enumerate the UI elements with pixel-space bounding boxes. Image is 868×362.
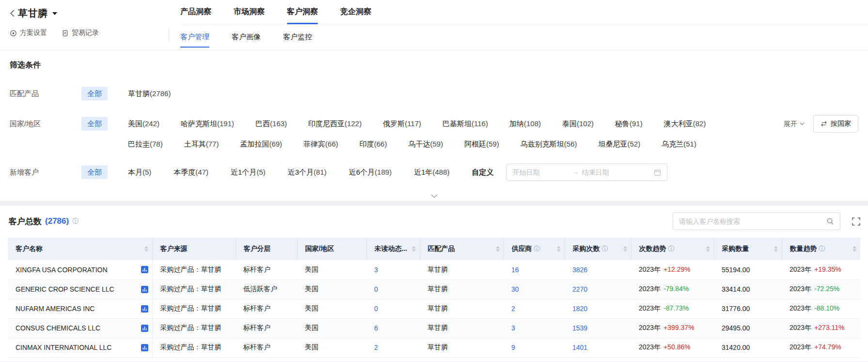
filter-item[interactable]: 近1年488 <box>414 165 449 179</box>
date-range-picker[interactable]: → <box>506 164 667 181</box>
customers-title: 客户总数 <box>9 216 42 227</box>
trend-year: 2023年 <box>639 324 661 331</box>
search-input[interactable] <box>679 217 826 225</box>
purchases-link[interactable]: 3826 <box>572 266 587 274</box>
unread-link[interactable]: 3 <box>374 266 378 274</box>
filter-all-chip-new-customer[interactable]: 全部 <box>81 165 108 179</box>
filter-item[interactable]: 菲律宾66 <box>303 137 338 151</box>
filter-item-name: 巴基斯坦 <box>442 119 472 128</box>
sort-icon[interactable] <box>623 246 627 252</box>
filter-item[interactable]: 俄罗斯117 <box>383 117 421 131</box>
filter-item[interactable]: 近3个月81 <box>288 165 327 179</box>
unread-link[interactable]: 2 <box>374 344 378 351</box>
filter-item[interactable]: 乌干达59 <box>408 137 443 151</box>
col-unread[interactable]: 未读动态... <box>366 238 420 260</box>
by-country-button[interactable]: 按国家 <box>813 115 858 132</box>
date-start-input[interactable] <box>513 168 570 176</box>
filter-item[interactable]: 巴拉圭78 <box>128 137 163 151</box>
mini-report-icon[interactable] <box>141 286 148 293</box>
title-dropdown-icon[interactable] <box>52 12 57 15</box>
purchases-link[interactable]: 1820 <box>572 305 587 313</box>
suppliers-link[interactable]: 3 <box>511 324 515 332</box>
filter-item[interactable]: 秘鲁91 <box>615 117 643 131</box>
tab-product-insight[interactable]: 产品洞察 <box>180 0 211 24</box>
filter-item-name: 土耳其 <box>184 140 206 148</box>
filter-item[interactable]: 哈萨克斯坦191 <box>181 117 234 131</box>
sort-icon[interactable] <box>412 246 416 252</box>
sort-icon[interactable] <box>706 246 710 252</box>
filter-item[interactable]: 本季度47 <box>174 165 208 179</box>
purchases-link[interactable]: 1539 <box>572 324 587 332</box>
filter-item[interactable]: 加纳108 <box>509 117 541 131</box>
back-button[interactable] <box>10 9 15 17</box>
filter-all-chip-country[interactable]: 全部 <box>81 117 108 131</box>
custom-date-option[interactable]: 自定义 <box>472 165 494 179</box>
trade-records-button[interactable]: 贸易记录 <box>62 29 99 37</box>
col-suppliers[interactable]: 供应商 <box>504 238 565 260</box>
mini-report-icon[interactable] <box>141 305 148 313</box>
subtab-customer-monitor[interactable]: 客户监控 <box>283 24 312 50</box>
trend-year: 2023年 <box>789 304 811 312</box>
unread-link[interactable]: 6 <box>374 324 378 332</box>
col-quantity_trend[interactable]: 数量趋势 <box>782 238 860 260</box>
mini-report-icon[interactable] <box>141 344 148 351</box>
filter-item[interactable]: 澳大利亚82 <box>664 117 706 131</box>
filter-all-chip-product[interactable]: 全部 <box>81 87 108 100</box>
tab-market-insight[interactable]: 市场洞察 <box>234 0 265 24</box>
sort-icon[interactable] <box>852 246 856 252</box>
sort-icon[interactable] <box>774 246 778 252</box>
suppliers-link[interactable]: 2 <box>511 305 515 313</box>
col-product[interactable]: 匹配产品 <box>420 238 504 260</box>
filter-item[interactable]: 印度66 <box>360 137 387 151</box>
trend-change: +50.86% <box>663 343 691 351</box>
trend-year: 2023年 <box>789 324 811 331</box>
filter-item[interactable]: 印度尼西亚122 <box>308 117 362 131</box>
unread-link[interactable]: 0 <box>374 285 378 293</box>
filter-item-name: 本月 <box>128 168 142 176</box>
tab-competitor-insight[interactable]: 竞企洞察 <box>340 0 371 24</box>
filter-item-count: 242 <box>142 119 159 128</box>
col-name[interactable]: 客户名称 <box>8 238 152 260</box>
sort-icon[interactable] <box>144 246 148 252</box>
col-purchase_trend[interactable]: 次数趋势 <box>631 238 714 260</box>
filter-item[interactable]: 泰国102 <box>562 117 594 131</box>
filter-item[interactable]: 乌兹别克斯坦56 <box>521 137 577 151</box>
fullscreen-button[interactable] <box>852 217 860 226</box>
suppliers-link[interactable]: 9 <box>511 344 515 351</box>
col-purchases[interactable]: 采购次数 <box>565 238 631 260</box>
trend-change: +273.11% <box>814 324 844 331</box>
subtab-customer-profile[interactable]: 客户画像 <box>232 24 261 50</box>
purchases-link[interactable]: 1401 <box>572 344 587 351</box>
filter-item[interactable]: 巴基斯坦116 <box>442 117 488 131</box>
search-icon[interactable] <box>826 217 834 225</box>
suppliers-link[interactable]: 30 <box>511 285 519 293</box>
filter-item[interactable]: 本月5 <box>128 165 151 179</box>
scheme-settings-button[interactable]: 方案设置 <box>10 29 47 37</box>
sort-icon[interactable] <box>496 246 500 252</box>
trend-change: -79.84% <box>663 285 689 293</box>
filter-item[interactable]: 土耳其77 <box>184 137 219 151</box>
subtab-customer-management[interactable]: 客户管理 <box>180 24 209 50</box>
collapse-filters-button[interactable] <box>418 193 450 199</box>
tab-customer-insight[interactable]: 客户洞察 <box>287 0 318 24</box>
filter-item[interactable]: 坦桑尼亚52 <box>599 137 641 151</box>
filter-item[interactable]: 阿根廷59 <box>464 137 499 151</box>
cell-text: 33414.00 <box>722 285 750 293</box>
filter-item[interactable]: 近1个月5 <box>231 165 266 179</box>
expand-button[interactable]: 展开 <box>784 117 805 131</box>
purchases-link[interactable]: 2270 <box>572 285 587 293</box>
cell-quantity: 29495.00 <box>714 318 782 338</box>
unread-link[interactable]: 0 <box>374 305 378 313</box>
mini-report-icon[interactable] <box>141 266 148 273</box>
filter-item[interactable]: 乌克兰51 <box>662 137 696 151</box>
col-quantity[interactable]: 采购数量 <box>714 238 782 260</box>
filter-item[interactable]: 近6个月189 <box>349 165 392 179</box>
filter-item[interactable]: 孟加拉国69 <box>240 137 282 151</box>
mini-report-icon[interactable] <box>141 325 148 332</box>
filter-item[interactable]: 美国242 <box>128 117 159 131</box>
sort-icon[interactable] <box>557 246 561 252</box>
date-end-input[interactable] <box>582 168 639 176</box>
filter-item[interactable]: 巴西163 <box>255 117 287 131</box>
suppliers-link[interactable]: 16 <box>511 266 519 274</box>
filter-item[interactable]: 草甘膦2786 <box>128 87 171 100</box>
